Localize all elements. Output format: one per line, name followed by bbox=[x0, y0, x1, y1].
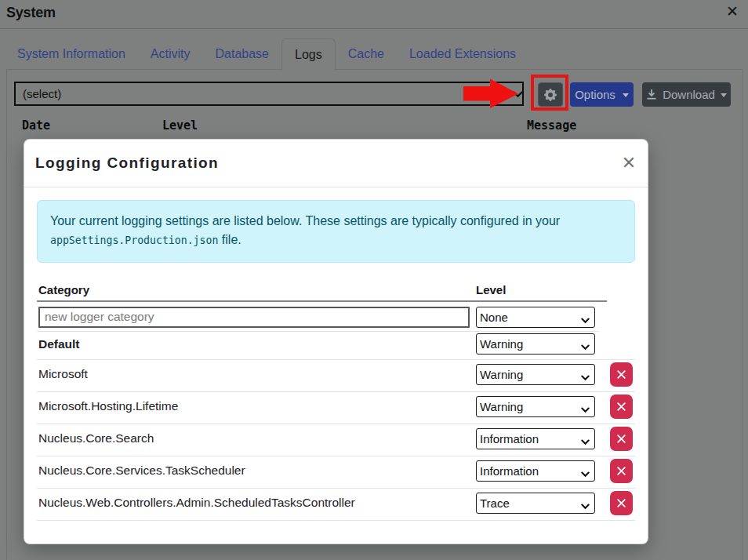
options-button-label: Options bbox=[575, 88, 615, 101]
modal-title: Logging Configuration bbox=[35, 155, 219, 172]
tab-system-information[interactable]: System Information bbox=[5, 38, 138, 70]
x-icon bbox=[617, 435, 626, 443]
caret-down-icon bbox=[721, 93, 727, 97]
logger-category: Default bbox=[37, 337, 473, 351]
alert-text-suffix: file. bbox=[218, 233, 241, 246]
system-panel-header: System ✕ bbox=[0, 0, 748, 29]
logger-row: Nucleus.Web.Controllers.Admin.ScheduledT… bbox=[37, 489, 635, 521]
options-button[interactable]: Options bbox=[570, 82, 634, 107]
logging-config-table: Category Level None Default bbox=[37, 279, 635, 521]
logger-level-select[interactable]: Warning bbox=[476, 396, 595, 417]
new-logger-level-select[interactable]: None bbox=[476, 307, 595, 328]
logger-row: Default Warning bbox=[37, 332, 635, 360]
tab-database[interactable]: Database bbox=[203, 38, 282, 70]
tab-bar: System InformationActivityDatabaseLogsCa… bbox=[5, 38, 528, 70]
delete-logger-button[interactable] bbox=[610, 362, 633, 387]
info-alert: Your current logging settings are listed… bbox=[37, 200, 635, 263]
delete-logger-button[interactable] bbox=[610, 491, 633, 515]
modal-header: Logging Configuration ✕ bbox=[24, 140, 648, 187]
logger-row: Nucleus.Core.Search Information bbox=[37, 424, 635, 456]
delete-logger-button[interactable] bbox=[610, 459, 633, 483]
alert-code: appSettings.Production.json bbox=[50, 235, 218, 246]
logs-col-level: Level bbox=[162, 118, 198, 133]
modal-close-icon[interactable]: ✕ bbox=[618, 152, 640, 174]
tab-logs[interactable]: Logs bbox=[281, 38, 336, 71]
logger-row: Microsoft Warning bbox=[37, 360, 635, 392]
x-icon bbox=[617, 370, 626, 379]
tab-cache[interactable]: Cache bbox=[336, 38, 397, 70]
logger-category: Nucleus.Web.Controllers.Admin.ScheduledT… bbox=[37, 496, 473, 510]
delete-logger-button[interactable] bbox=[610, 395, 633, 419]
tab-activity[interactable]: Activity bbox=[138, 38, 203, 70]
download-icon bbox=[646, 89, 657, 100]
logger-row: Nucleus.Core.Services.TaskScheduler Info… bbox=[37, 456, 635, 489]
logger-category: Nucleus.Core.Services.TaskScheduler bbox=[37, 464, 473, 478]
logs-col-message: Message bbox=[527, 118, 576, 133]
logger-level-select[interactable]: Information bbox=[476, 428, 595, 449]
logger-category: Microsoft bbox=[37, 367, 473, 381]
new-logger-row: None bbox=[37, 302, 635, 332]
delete-logger-button[interactable] bbox=[610, 427, 633, 451]
logger-level-select[interactable]: Warning bbox=[476, 364, 595, 385]
logs-col-date: Date bbox=[22, 118, 50, 133]
x-icon bbox=[617, 402, 626, 411]
log-file-select[interactable]: (select) bbox=[14, 82, 524, 106]
logger-level-select[interactable]: Information bbox=[476, 460, 595, 482]
x-icon bbox=[617, 499, 626, 507]
download-button-label: Download bbox=[663, 88, 715, 101]
category-header: Category bbox=[37, 279, 473, 296]
red-highlight-box-annotation bbox=[531, 75, 568, 111]
logger-level-select[interactable]: Trace bbox=[476, 493, 595, 514]
logging-configuration-modal: Logging Configuration ✕ Your current log… bbox=[24, 139, 648, 544]
modal-body: Your current logging settings are listed… bbox=[24, 187, 648, 521]
logger-category: Microsoft.Hosting.Lifetime bbox=[37, 399, 473, 413]
level-header: Level bbox=[473, 279, 604, 296]
logger-row: Microsoft.Hosting.Lifetime Warning bbox=[37, 392, 635, 424]
log-file-select-value: (select) bbox=[23, 87, 61, 100]
logger-level-select[interactable]: Warning bbox=[476, 333, 595, 355]
page-title: System bbox=[6, 5, 56, 21]
logs-table-header: Date Level Message bbox=[7, 118, 742, 134]
close-icon[interactable]: ✕ bbox=[724, 3, 741, 20]
alert-text: Your current logging settings are listed… bbox=[50, 214, 560, 227]
logger-category: Nucleus.Core.Search bbox=[37, 431, 473, 445]
download-button[interactable]: Download bbox=[642, 82, 731, 107]
caret-down-icon bbox=[623, 93, 629, 97]
new-logger-category-input[interactable] bbox=[38, 307, 470, 328]
tab-loaded-extensions[interactable]: Loaded Extensions bbox=[397, 38, 528, 70]
red-arrow-annotation bbox=[463, 78, 519, 109]
config-table-header-row: Category Level bbox=[37, 279, 635, 302]
x-icon bbox=[617, 467, 626, 475]
